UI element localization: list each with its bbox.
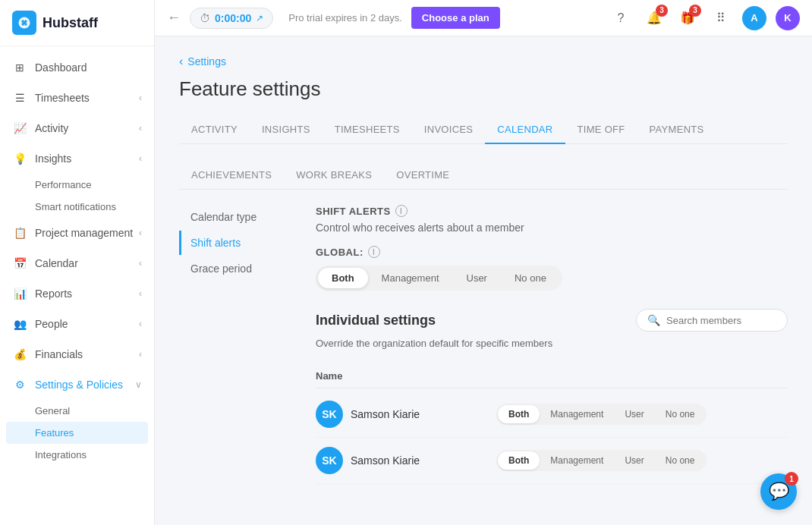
- project-icon: 📋: [12, 225, 27, 240]
- reports-icon: 📊: [12, 286, 27, 301]
- svg-rect-2: [24, 18, 25, 20]
- member-controls: Both Management User No one: [496, 450, 788, 471]
- sidebar-sub-integrations[interactable]: Integrations: [0, 444, 154, 466]
- sidebar-item-dashboard[interactable]: ⊞ Dashboard: [0, 52, 154, 83]
- sidebar-item-label: Calendar: [35, 257, 78, 269]
- breadcrumb[interactable]: ‹ Settings: [179, 55, 788, 68]
- search-input[interactable]: [666, 315, 776, 326]
- member-toggle-group: Both Management User No one: [496, 404, 707, 425]
- shift-alerts-title: SHIFT ALERTS i: [316, 205, 788, 217]
- sidebar-item-label: Settings & Policies: [35, 379, 123, 391]
- tab-workbreaks[interactable]: WORK BREAKS: [284, 162, 384, 190]
- toggle-btn-noone[interactable]: No one: [501, 268, 560, 288]
- member-toggle-user[interactable]: User: [614, 405, 654, 423]
- settings-item-shift-alerts[interactable]: Shift alerts: [179, 231, 304, 255]
- timer-icon: ⏱: [200, 12, 210, 24]
- toggle-btn-both[interactable]: Both: [318, 268, 368, 288]
- tab-payments[interactable]: PAYMENTS: [637, 116, 716, 144]
- chevron-icon: ‹: [139, 319, 142, 329]
- tab-overtime[interactable]: OVERTIME: [384, 162, 461, 190]
- svg-rect-4: [20, 22, 22, 24]
- sidebar-item-activity[interactable]: 📈 Activity ‹: [0, 113, 154, 143]
- tab-insights[interactable]: INSIGHTS: [250, 116, 323, 144]
- tab-calendar[interactable]: CALENDAR: [485, 116, 565, 144]
- member-toggle-management[interactable]: Management: [540, 451, 614, 470]
- sidebar-item-insights[interactable]: 💡 Insights ‹: [0, 143, 154, 174]
- sidebar-item-project[interactable]: 📋 Project management ‹: [0, 218, 154, 248]
- toggle-btn-user[interactable]: User: [453, 268, 501, 288]
- member-avatar: SK: [316, 447, 343, 474]
- notifications-badge: 3: [656, 5, 668, 17]
- breadcrumb-back-icon: ‹: [179, 55, 183, 68]
- settings-item-calendar-type[interactable]: Calendar type: [179, 205, 304, 229]
- member-controls: Both Management User No one: [496, 404, 788, 425]
- settings-layout: Calendar type Shift alerts Grace period …: [179, 205, 788, 484]
- gift-button[interactable]: 🎁 3: [675, 6, 700, 30]
- tab-activity[interactable]: ACTIVITY: [179, 116, 250, 144]
- sidebar-item-reports[interactable]: 📊 Reports ‹: [0, 278, 154, 309]
- sidebar-item-label: Activity: [35, 122, 68, 134]
- header: ← ⏱ 0:00:00 ↗ Pro trial expires in 2 day…: [155, 0, 812, 36]
- member-toggle-noone[interactable]: No one: [655, 451, 706, 470]
- timesheets-icon: ☰: [12, 90, 27, 105]
- sidebar-sub-smartnotif[interactable]: Smart notifications: [0, 196, 154, 218]
- calendar-icon: 📅: [12, 256, 27, 271]
- member-toggle-both[interactable]: Both: [498, 451, 540, 470]
- page-title: Feature settings: [179, 77, 788, 101]
- notifications-button[interactable]: 🔔 3: [642, 6, 666, 30]
- table-header: Name: [316, 364, 788, 388]
- member-toggle-both[interactable]: Both: [498, 405, 540, 423]
- global-toggle-group: Both Management User No one: [316, 266, 562, 291]
- chat-icon: 💬: [769, 482, 789, 501]
- chevron-icon: ‹: [139, 288, 142, 299]
- main-area: ← ⏱ 0:00:00 ↗ Pro trial expires in 2 day…: [155, 0, 812, 525]
- sidebar-sub-performance[interactable]: Performance: [0, 174, 154, 196]
- back-button[interactable]: ←: [167, 10, 181, 26]
- sidebar-sub-general[interactable]: General: [0, 400, 154, 422]
- insights-icon: 💡: [12, 151, 27, 166]
- timer-box[interactable]: ⏱ 0:00:00 ↗: [190, 8, 273, 29]
- sidebar-item-people[interactable]: 👥 People ‹: [0, 309, 154, 339]
- member-toggle-user[interactable]: User: [614, 451, 654, 470]
- sidebar-item-financials[interactable]: 💰 Financials ‹: [0, 339, 154, 369]
- member-toggle-management[interactable]: Management: [540, 405, 614, 423]
- sidebar-sub-features[interactable]: Features: [6, 422, 148, 444]
- global-label: GLOBAL: i: [316, 246, 788, 258]
- chevron-icon: ‹: [139, 258, 142, 269]
- tab-invoices[interactable]: INVOICES: [412, 116, 486, 144]
- sidebar-item-timesheets[interactable]: ☰ Timesheets ‹: [0, 83, 154, 113]
- main-content: ‹ Settings Feature settings ACTIVITY INS…: [155, 36, 812, 525]
- global-info-icon[interactable]: i: [368, 246, 380, 258]
- member-avatar: SK: [316, 401, 343, 428]
- settings-item-grace-period[interactable]: Grace period: [179, 256, 304, 281]
- individual-settings-header: Individual settings 🔍: [316, 309, 788, 332]
- grid-button[interactable]: ⠿: [709, 6, 733, 30]
- trial-text: Pro trial expires in 2 days.: [288, 12, 402, 24]
- choose-plan-button[interactable]: Choose a plan: [411, 7, 500, 29]
- tab-achievements[interactable]: ACHIEVEMENTS: [179, 162, 284, 190]
- settings-content: SHIFT ALERTS i Control who receives aler…: [316, 205, 788, 484]
- sidebar-item-label: Timesheets: [35, 92, 90, 104]
- chevron-icon: ‹: [139, 153, 142, 164]
- sidebar-item-calendar[interactable]: 📅 Calendar ‹: [0, 248, 154, 278]
- activity-icon: 📈: [12, 121, 27, 136]
- account-avatar-button[interactable]: K: [776, 6, 800, 30]
- member-toggle-noone[interactable]: No one: [655, 405, 706, 423]
- member-name: Samson Kiarie: [351, 454, 496, 467]
- shift-alerts-info-icon[interactable]: i: [395, 205, 408, 217]
- column-name-header: Name: [316, 370, 473, 382]
- chat-button[interactable]: 💬 1: [760, 473, 797, 510]
- search-box: 🔍: [636, 309, 788, 332]
- chevron-icon: ‹: [139, 349, 142, 360]
- table-row: SK Samson Kiarie Both Management User No…: [316, 391, 788, 438]
- tab-timeoff[interactable]: TIME OFF: [565, 116, 637, 144]
- sidebar-item-settings[interactable]: ⚙ Settings & Policies ∨: [0, 369, 154, 400]
- logo: Hubstaff: [0, 0, 154, 46]
- sidebar-item-label: People: [35, 318, 68, 330]
- logo-text: Hubstaff: [42, 15, 98, 31]
- user-avatar-button[interactable]: A: [742, 6, 766, 30]
- tab-timesheets[interactable]: TIMESHEETS: [323, 116, 412, 144]
- toggle-btn-management[interactable]: Management: [368, 268, 453, 288]
- help-button[interactable]: ?: [609, 6, 633, 30]
- gift-badge: 3: [689, 5, 701, 17]
